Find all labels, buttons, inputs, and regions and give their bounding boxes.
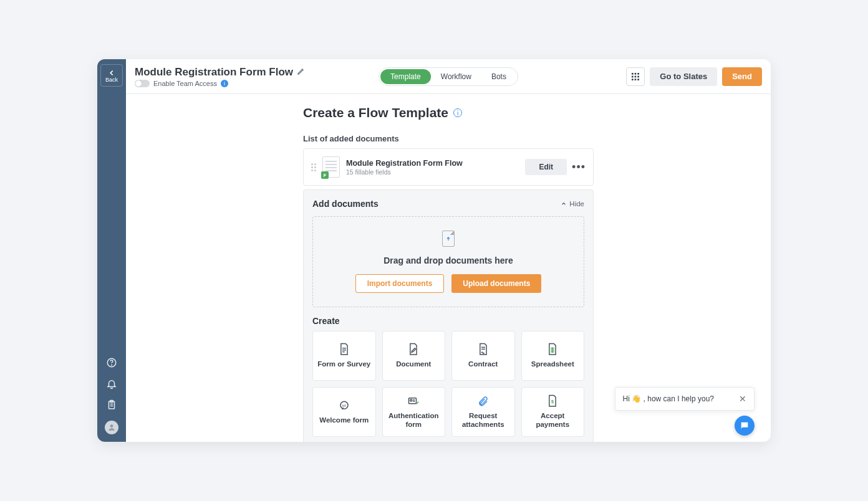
more-options-button[interactable]: ••• (572, 161, 586, 174)
sidebar-bottom (105, 357, 118, 434)
card-label: Spreadsheet (531, 360, 574, 369)
import-documents-button[interactable]: Import documents (355, 274, 445, 293)
form-badge-icon: F (321, 171, 329, 179)
card-document[interactable]: Document (382, 331, 446, 381)
title-column: Module Registration Form Flow Enable Tea… (135, 66, 306, 87)
svg-rect-8 (635, 73, 637, 75)
back-button[interactable]: Back (100, 64, 123, 87)
svg-rect-7 (632, 73, 634, 75)
file-signature-icon (478, 343, 489, 356)
close-chat-button[interactable]: ✕ (739, 394, 746, 404)
card-authentication-form[interactable]: Authentication form (382, 387, 446, 437)
help-icon[interactable] (106, 357, 117, 368)
page-heading: Create a Flow Template (303, 105, 448, 120)
card-label: Contract (468, 360, 498, 369)
chat-prompt: Hi 👋 , how can I help you? ✕ (615, 387, 755, 411)
file-table-icon (547, 343, 558, 356)
card-welcome-form[interactable]: Hi! Welcome form (312, 387, 376, 437)
card-label: Authentication form (385, 412, 443, 429)
upload-file-icon (442, 231, 455, 247)
card-label: Accept payments (524, 412, 582, 429)
info-icon[interactable]: i (221, 80, 228, 87)
team-access-label: Enable Team Access (153, 80, 217, 87)
chat-fab[interactable] (735, 416, 755, 436)
card-label: Document (396, 360, 431, 369)
main-content: Module Registration Form Flow Enable Tea… (126, 59, 771, 442)
card-request-attachments[interactable]: Request attachments (451, 387, 515, 437)
bell-icon[interactable] (106, 378, 117, 389)
card-label: Welcome form (319, 416, 369, 425)
svg-rect-10 (632, 75, 634, 77)
upload-documents-button[interactable]: Upload documents (451, 274, 541, 293)
chat-text: Hi 👋 , how can I help you? (623, 394, 714, 403)
paperclip-icon (478, 394, 489, 408)
chat-icon (740, 421, 750, 431)
file-dollar-icon: $ (547, 394, 558, 408)
svg-rect-9 (638, 73, 640, 75)
card-spreadsheet[interactable]: Spreadsheet (521, 331, 585, 381)
dropzone-text: Drag and drop documents here (383, 255, 513, 265)
svg-text:Hi!: Hi! (342, 404, 346, 408)
dropzone[interactable]: Drag and drop documents here Import docu… (312, 216, 584, 307)
sidebar: Back (97, 59, 126, 442)
avatar[interactable] (105, 421, 118, 434)
app-frame: Back Module Registration Form Flow Enabl… (97, 59, 771, 442)
svg-rect-13 (632, 79, 634, 80)
speech-bubble-icon: Hi! (339, 399, 350, 413)
list-heading: List of added documents (303, 134, 594, 143)
tab-workflow[interactable]: Workflow (431, 69, 481, 84)
add-documents-title: Add documents (312, 199, 379, 209)
tab-template[interactable]: Template (380, 69, 431, 84)
user-icon (107, 423, 116, 432)
svg-rect-11 (635, 75, 637, 77)
go-to-slates-button[interactable]: Go to Slates (650, 67, 717, 86)
chevron-left-icon (107, 69, 116, 77)
send-button[interactable]: Send (722, 67, 762, 86)
card-form-or-survey[interactable]: Form or Survey (312, 331, 376, 381)
top-actions: Go to Slates Send (626, 67, 762, 86)
document-thumbnail-icon: F (322, 156, 340, 178)
center-column: Create a Flow Template i List of added d… (303, 105, 594, 442)
card-accept-payments[interactable]: $ Accept payments (521, 387, 585, 437)
file-lines-icon (339, 343, 350, 356)
team-access-toggle[interactable] (135, 80, 150, 87)
id-card-check-icon (408, 394, 419, 408)
apps-grid-icon (630, 72, 640, 82)
document-title: Module Registration Form Flow (346, 159, 463, 168)
svg-point-6 (110, 424, 113, 427)
document-subtitle: 15 fillable fields (346, 168, 463, 176)
apps-button[interactable] (626, 67, 645, 86)
heading-info-icon[interactable]: i (453, 108, 462, 117)
page-title: Module Registration Form Flow (135, 66, 293, 79)
hide-label: Hide (569, 200, 584, 208)
tab-group: Template Workflow Bots (379, 67, 518, 86)
topbar: Module Registration Form Flow Enable Tea… (126, 59, 771, 94)
card-contract[interactable]: Contract (451, 331, 515, 381)
file-pencil-icon (408, 343, 419, 356)
add-documents-section: Add documents Hide Drag and drop documen… (303, 189, 594, 442)
svg-rect-15 (638, 79, 640, 80)
document-row: F Module Registration Form Flow 15 filla… (303, 148, 594, 186)
edit-document-button[interactable]: Edit (525, 159, 567, 175)
clipboard-icon[interactable] (106, 399, 117, 411)
card-label: Request attachments (455, 412, 512, 429)
create-grid: Form or Survey Document Contract Sp (312, 331, 584, 437)
svg-rect-14 (635, 79, 637, 80)
create-heading: Create (312, 316, 584, 326)
svg-point-1 (112, 365, 112, 365)
svg-rect-12 (638, 75, 640, 77)
back-label: Back (105, 77, 118, 83)
svg-point-28 (410, 399, 412, 401)
card-label: Form or Survey (317, 360, 370, 369)
svg-text:$: $ (551, 399, 554, 404)
pencil-icon (297, 67, 306, 75)
chevron-up-icon (561, 201, 567, 207)
drag-handle-icon[interactable] (311, 163, 316, 171)
edit-title-button[interactable] (297, 67, 306, 78)
hide-section-button[interactable]: Hide (561, 200, 584, 208)
tab-bots[interactable]: Bots (481, 69, 516, 84)
